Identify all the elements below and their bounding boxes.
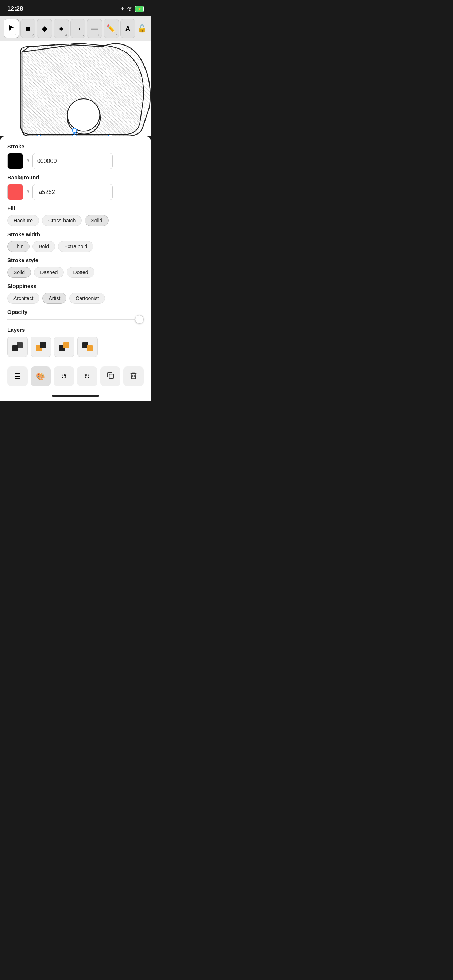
tool-arrow[interactable]: → 5 <box>70 19 86 38</box>
tool-num-5: 5 <box>82 33 83 37</box>
tool-rectangle[interactable]: ■ 2 <box>21 19 36 38</box>
svg-rect-19 <box>37 135 41 136</box>
svg-rect-37 <box>109 374 113 379</box>
background-hex-symbol: # <box>26 189 30 196</box>
delete-button[interactable] <box>123 366 144 386</box>
background-color-row: # <box>7 184 144 200</box>
palette-icon: 🎨 <box>36 372 45 380</box>
sloppiness-chip-architect[interactable]: Architect <box>7 293 39 304</box>
lock-icon: 🔓 <box>137 24 147 33</box>
stroke-style-chip-solid[interactable]: Solid <box>7 267 31 278</box>
status-time: 12:28 <box>7 5 23 13</box>
svg-point-27 <box>72 128 77 133</box>
background-hex-input[interactable] <box>32 184 113 200</box>
stroke-width-chip-thin[interactable]: Thin <box>7 241 30 252</box>
status-icons: ✈ ⚡ <box>120 6 144 12</box>
text-icon: A <box>126 25 130 32</box>
tool-select[interactable]: 1 <box>4 19 19 38</box>
stroke-style-label: Stroke style <box>7 257 144 263</box>
tool-num-2: 2 <box>32 33 33 37</box>
line-icon: — <box>91 24 98 33</box>
layer-thumb-4[interactable] <box>77 337 98 357</box>
redo-button[interactable]: ↻ <box>77 366 97 386</box>
canvas-area[interactable]: Floppy Floppy <box>0 41 151 136</box>
layer-icon-2 <box>34 340 48 353</box>
tool-text[interactable]: A 8 <box>120 19 136 38</box>
svg-rect-21 <box>109 135 112 136</box>
tool-num-4: 4 <box>65 33 67 37</box>
stroke-label: Stroke <box>7 143 144 150</box>
fill-chip-group: Hachure Cross-hatch Solid <box>7 215 144 226</box>
sloppiness-chip-artist[interactable]: Artist <box>42 293 66 304</box>
tool-num-8: 8 <box>132 33 134 37</box>
pencil-icon: ✏️ <box>107 24 116 33</box>
stroke-width-label: Stroke width <box>7 231 144 237</box>
tool-pencil[interactable]: ✏️ 7 <box>104 19 119 38</box>
sloppiness-label: Sloppiness <box>7 283 144 289</box>
status-bar: 12:28 ✈ ⚡ <box>0 0 151 16</box>
fill-chip-hachure[interactable]: Hachure <box>7 215 39 226</box>
layer-icon-1 <box>11 340 24 353</box>
tool-ellipse[interactable]: ● 4 <box>54 19 69 38</box>
stroke-hex-symbol: # <box>26 158 30 164</box>
stroke-style-chip-group: Solid Dashed Dotted <box>7 267 144 278</box>
undo-button[interactable]: ↺ <box>54 366 74 386</box>
stroke-width-chip-extrabold[interactable]: Extra bold <box>58 241 93 252</box>
fill-label: Fill <box>7 205 144 212</box>
opacity-slider-thumb[interactable] <box>135 315 144 324</box>
opacity-slider-fill <box>7 319 137 320</box>
opacity-slider-container <box>7 319 144 320</box>
fill-chip-crosshatch[interactable]: Cross-hatch <box>42 215 82 226</box>
background-color-swatch[interactable] <box>7 184 23 200</box>
canvas-drawing: Floppy <box>0 41 151 136</box>
delete-icon <box>129 372 137 381</box>
palette-button[interactable]: 🎨 <box>30 366 51 386</box>
stroke-style-chip-dashed[interactable]: Dashed <box>34 267 64 278</box>
layer-icon-3 <box>57 340 71 353</box>
fill-chip-solid[interactable]: Solid <box>85 215 108 226</box>
svg-rect-20 <box>73 135 76 136</box>
select-icon <box>8 24 14 33</box>
arrow-icon: → <box>74 24 82 33</box>
opacity-label: Opacity <box>7 309 144 315</box>
layer-thumb-3[interactable] <box>54 337 74 357</box>
tool-num-3: 3 <box>48 33 50 37</box>
stroke-color-swatch[interactable] <box>7 153 23 169</box>
ellipse-icon: ● <box>59 24 64 33</box>
menu-icon: ☰ <box>14 372 21 380</box>
tool-num-7: 7 <box>115 33 117 37</box>
rectangle-icon: ■ <box>26 24 30 33</box>
stroke-width-chip-bold[interactable]: Bold <box>32 241 55 252</box>
wifi-icon <box>127 6 133 12</box>
airplane-icon: ✈ <box>120 6 125 12</box>
bottom-panel: Stroke # Background # Fill Hachure Cross… <box>0 136 151 392</box>
layer-thumb-2[interactable] <box>30 337 51 357</box>
svg-rect-34 <box>64 342 69 348</box>
stroke-hex-input[interactable] <box>32 153 113 169</box>
layer-thumb-1[interactable] <box>7 337 28 357</box>
battery-icon: ⚡ <box>135 6 144 12</box>
undo-icon: ↺ <box>61 372 67 380</box>
redo-icon: ↻ <box>84 372 90 380</box>
home-indicator <box>0 392 151 401</box>
tool-num-1: 1 <box>15 33 17 37</box>
svg-rect-32 <box>40 342 46 348</box>
sloppiness-chip-cartoonist[interactable]: Cartoonist <box>69 293 105 304</box>
svg-rect-30 <box>17 342 22 348</box>
tool-line[interactable]: — 6 <box>87 19 102 38</box>
svg-rect-36 <box>87 345 93 351</box>
tool-lock[interactable]: 🔓 <box>137 19 147 38</box>
toolbar: 1 ■ 2 ◆ 3 ● 4 → 5 — 6 ✏️ 7 A 8 🔓 <box>0 16 151 41</box>
menu-button[interactable]: ☰ <box>7 366 28 386</box>
home-bar <box>52 395 99 397</box>
layer-icon-4 <box>81 340 94 353</box>
sloppiness-chip-group: Architect Artist Cartoonist <box>7 293 144 304</box>
copy-button[interactable] <box>100 366 121 386</box>
opacity-slider-track[interactable] <box>7 319 144 320</box>
stroke-style-chip-dotted[interactable]: Dotted <box>67 267 94 278</box>
background-label: Background <box>7 174 144 180</box>
diamond-icon: ◆ <box>42 24 48 33</box>
svg-point-15 <box>67 99 100 131</box>
tool-diamond[interactable]: ◆ 3 <box>37 19 52 38</box>
stroke-color-row: # <box>7 153 144 169</box>
